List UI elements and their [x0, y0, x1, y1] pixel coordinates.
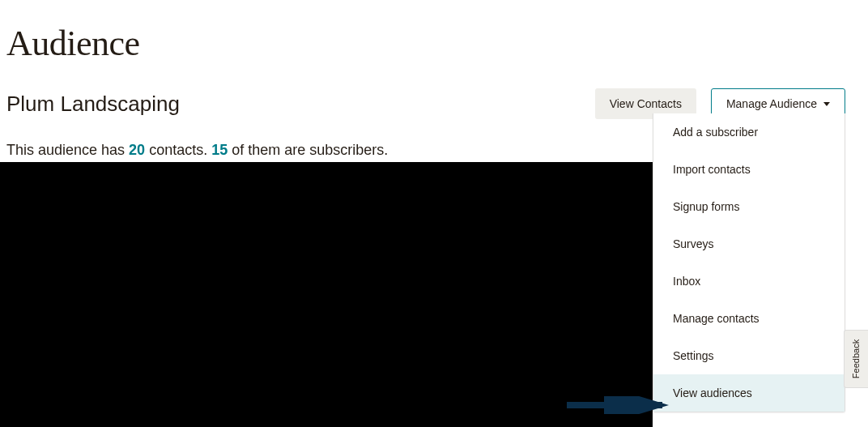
stats-mid1: contacts.	[145, 142, 211, 158]
subscribers-count[interactable]: 15	[211, 142, 228, 158]
chevron-down-icon	[823, 102, 830, 106]
view-contacts-label: View Contacts	[610, 97, 682, 110]
dropdown-item-inbox[interactable]: Inbox	[653, 263, 845, 300]
page-title: Audience	[0, 0, 868, 64]
audience-name: Plum Landscaping	[6, 92, 180, 117]
feedback-label: Feedback	[852, 339, 862, 378]
dropdown-item-signup-forms[interactable]: Signup forms	[653, 188, 845, 225]
dropdown-item-add-subscriber[interactable]: Add a subscriber	[653, 113, 845, 151]
dropdown-item-surveys[interactable]: Surveys	[653, 225, 845, 263]
manage-audience-dropdown: Add a subscriber Import contacts Signup …	[653, 113, 845, 412]
dropdown-item-manage-contacts[interactable]: Manage contacts	[653, 300, 845, 337]
manage-audience-label: Manage Audience	[726, 97, 817, 110]
dropdown-item-settings[interactable]: Settings	[653, 337, 845, 374]
feedback-tab[interactable]: Feedback	[844, 330, 868, 388]
stats-suffix: of them are subscribers.	[228, 142, 388, 158]
contacts-count[interactable]: 20	[129, 142, 145, 158]
stats-prefix: This audience has	[6, 142, 129, 158]
content-area	[0, 162, 653, 427]
dropdown-item-import-contacts[interactable]: Import contacts	[653, 151, 845, 188]
header-row: Plum Landscaping View Contacts Manage Au…	[0, 64, 868, 119]
dropdown-item-view-audiences[interactable]: View audiences	[653, 374, 845, 412]
